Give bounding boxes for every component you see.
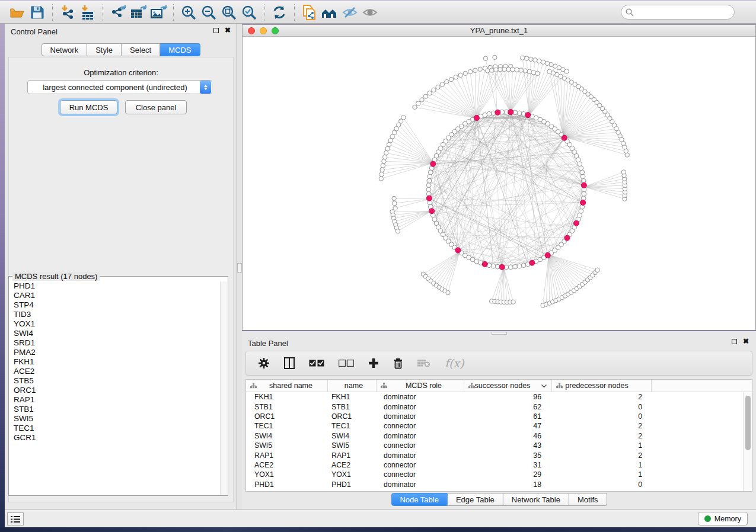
- mcds-hub-node[interactable]: [429, 209, 435, 214]
- table-row[interactable]: ORC1ORC1dominator610: [246, 412, 743, 421]
- deselect-all-checkboxes-icon[interactable]: [339, 360, 354, 367]
- run-mcds-button[interactable]: Run MCDS: [60, 100, 117, 114]
- network-node[interactable]: [490, 68, 494, 72]
- network-node[interactable]: [392, 196, 396, 200]
- mcds-hub-node[interactable]: [430, 161, 436, 166]
- network-node[interactable]: [517, 264, 522, 268]
- network-node[interactable]: [511, 68, 515, 72]
- network-node[interactable]: [454, 75, 458, 79]
- mcds-result-item[interactable]: TEC1: [14, 424, 220, 433]
- network-node[interactable]: [458, 73, 462, 77]
- duplicate-network-icon[interactable]: [299, 4, 320, 21]
- network-node[interactable]: [393, 206, 397, 210]
- network-node[interactable]: [387, 142, 391, 146]
- zoom-in-icon[interactable]: [178, 4, 199, 21]
- network-node[interactable]: [545, 61, 549, 65]
- mcds-result-item[interactable]: GCR1: [14, 433, 220, 443]
- mcds-hub-node[interactable]: [564, 235, 570, 241]
- search-input[interactable]: [621, 5, 735, 20]
- close-panel-icon[interactable]: ✖: [225, 28, 231, 33]
- zoom-selected-icon[interactable]: [239, 4, 259, 21]
- mcds-result-item[interactable]: PHD1: [14, 281, 220, 291]
- network-node[interactable]: [487, 111, 492, 116]
- close-panel-icon[interactable]: ✖: [743, 339, 749, 344]
- column-header-MCDS-role[interactable]: MCDS role: [377, 380, 464, 392]
- tab-node-table[interactable]: Node Table: [391, 493, 448, 506]
- mcds-hub-node[interactable]: [562, 135, 567, 140]
- mcds-hub-node[interactable]: [495, 110, 500, 115]
- network-node[interactable]: [385, 146, 390, 150]
- memory-button[interactable]: Memory: [698, 512, 748, 525]
- mcds-hub-node[interactable]: [508, 110, 513, 115]
- import-network-icon[interactable]: [58, 4, 78, 21]
- zoom-out-icon[interactable]: [199, 4, 219, 21]
- network-node[interactable]: [508, 265, 513, 270]
- mcds-result-item[interactable]: CAR1: [14, 291, 220, 300]
- add-column-icon[interactable]: [368, 358, 379, 368]
- float-panel-icon[interactable]: [213, 28, 219, 33]
- tab-network-table[interactable]: Network Table: [503, 493, 569, 506]
- network-node[interactable]: [420, 98, 424, 102]
- network-node[interactable]: [473, 68, 477, 72]
- export-network-icon[interactable]: [108, 4, 128, 21]
- network-node[interactable]: [426, 183, 431, 188]
- network-node[interactable]: [445, 79, 449, 84]
- network-node[interactable]: [579, 209, 583, 213]
- table-row[interactable]: FKH1FKH1dominator962: [246, 392, 743, 402]
- table-row[interactable]: PHD1PHD1dominator180: [246, 480, 743, 489]
- network-node[interactable]: [468, 69, 472, 73]
- mcds-hub-node[interactable]: [426, 196, 432, 201]
- network-node[interactable]: [440, 82, 444, 86]
- network-node[interactable]: [494, 68, 498, 72]
- network-node[interactable]: [449, 77, 453, 81]
- network-node[interactable]: [513, 264, 518, 269]
- mcds-hub-node[interactable]: [580, 200, 586, 205]
- mcds-result-item[interactable]: RAP1: [14, 395, 220, 405]
- select-all-checkboxes-icon[interactable]: [309, 360, 324, 367]
- network-canvas[interactable]: [243, 37, 755, 330]
- network-node[interactable]: [436, 85, 440, 89]
- table-scrollbar-thumb[interactable]: [745, 396, 751, 450]
- mcds-hub-node[interactable]: [482, 261, 487, 267]
- horizontal-splitter[interactable]: [242, 331, 756, 335]
- mcds-hub-node[interactable]: [499, 264, 505, 270]
- close-window-icon[interactable]: [248, 27, 255, 34]
- delete-column-icon[interactable]: [393, 357, 403, 369]
- network-node[interactable]: [463, 71, 467, 75]
- save-session-icon[interactable]: [27, 4, 47, 21]
- mcds-result-item[interactable]: ORC1: [14, 386, 220, 395]
- network-node[interactable]: [428, 174, 432, 179]
- mcds-list-scrollbar[interactable]: [220, 281, 227, 495]
- table-scrollbar[interactable]: [743, 392, 752, 491]
- network-node[interactable]: [502, 67, 506, 71]
- network-node[interactable]: [483, 56, 487, 60]
- export-table-icon[interactable]: [128, 4, 148, 21]
- mcds-result-item[interactable]: STP4: [14, 300, 220, 310]
- task-history-button[interactable]: [7, 512, 24, 525]
- network-node[interactable]: [423, 94, 428, 98]
- network-node[interactable]: [379, 177, 383, 181]
- show-column-icon[interactable]: [284, 357, 295, 369]
- network-node[interactable]: [595, 268, 599, 272]
- export-image-icon[interactable]: [148, 4, 168, 21]
- hide-selected-icon[interactable]: [340, 4, 360, 21]
- table-row[interactable]: SWI5SWI5connector431: [246, 441, 743, 450]
- network-node[interactable]: [416, 101, 420, 105]
- mcds-hub-node[interactable]: [545, 252, 550, 258]
- table-row[interactable]: YOX1YOX1connector291: [246, 470, 743, 479]
- network-node[interactable]: [582, 191, 586, 196]
- network-node[interactable]: [427, 178, 432, 183]
- network-node[interactable]: [446, 290, 450, 294]
- open-file-icon[interactable]: [7, 4, 27, 21]
- network-node[interactable]: [478, 67, 482, 71]
- network-node[interactable]: [529, 57, 533, 61]
- network-node[interactable]: [523, 69, 527, 73]
- mcds-result-list[interactable]: PHD1CAR1STP4TID3YOX1SWI4SRD1PMA2FKH1ACE2…: [9, 281, 220, 495]
- mcds-hub-node[interactable]: [525, 113, 531, 118]
- network-node[interactable]: [511, 300, 515, 304]
- network-node[interactable]: [519, 68, 523, 72]
- mcds-result-item[interactable]: STB5: [14, 376, 220, 386]
- mcds-result-item[interactable]: SWI5: [14, 414, 220, 424]
- network-node[interactable]: [491, 264, 496, 268]
- mcds-result-item[interactable]: TID3: [14, 310, 220, 319]
